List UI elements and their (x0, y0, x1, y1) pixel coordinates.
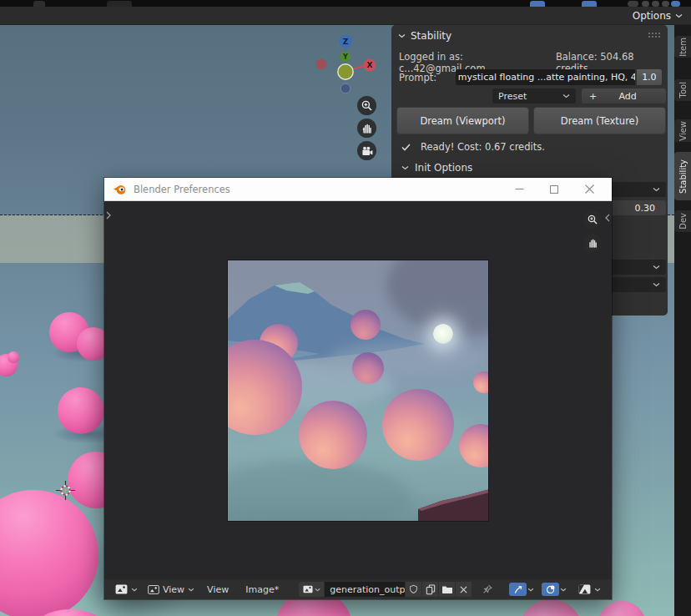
prompt-row: Prompt: A mystical floating ...atte pain… (399, 69, 662, 85)
overlays-toggle[interactable] (542, 583, 559, 596)
shading-mode-icon[interactable] (662, 1, 669, 7)
chevron-down-icon[interactable] (527, 588, 534, 592)
topbar (0, 0, 691, 7)
hand-icon (588, 238, 598, 248)
channels-icon (578, 584, 591, 594)
image-editor-header: View View Image* generation_output (104, 579, 612, 599)
plus-icon: + (589, 91, 597, 102)
prompt-input[interactable]: A mystical floating ...atte painting, HQ… (456, 69, 635, 85)
topbar-partial-icon[interactable] (33, 1, 45, 7)
maximize-button[interactable] (540, 180, 568, 199)
browse-image-button[interactable] (299, 582, 324, 597)
pan-button[interactable] (583, 234, 602, 252)
tab-dev[interactable]: Dev (674, 210, 691, 232)
chevron-down-icon (653, 282, 660, 287)
tab-stability[interactable]: Stability (674, 152, 691, 200)
shading-mode-icon[interactable] (628, 1, 638, 7)
stability-panel-header[interactable]: Stability (391, 25, 668, 46)
axis-neg-z-ball (340, 83, 351, 93)
topbar-partial-icon[interactable] (107, 1, 132, 7)
camera-view-button[interactable] (357, 141, 376, 160)
tab-item[interactable]: Item (674, 36, 691, 58)
svg-text:X: X (367, 61, 373, 69)
chevron-down-icon (653, 187, 660, 192)
display-channels-dropdown[interactable] (576, 582, 603, 597)
shield-icon[interactable] (406, 582, 421, 597)
pink-sphere[interactable] (519, 599, 583, 616)
chevron-down-icon (594, 588, 601, 592)
init-options-header[interactable]: Init Options (401, 162, 472, 174)
maximize-icon (550, 185, 558, 194)
options-label: Options (633, 10, 671, 22)
camera-icon (361, 146, 373, 156)
chevron-down-icon[interactable] (560, 588, 567, 592)
shading-mode-icon[interactable] (652, 1, 659, 7)
tab-view[interactable]: View (674, 119, 691, 142)
image-name-field[interactable]: generation_output (325, 582, 405, 597)
gizmos-toggle[interactable] (509, 583, 527, 596)
folder-icon[interactable] (439, 582, 455, 597)
options-dropdown[interactable]: Options (629, 8, 686, 23)
image-icon (148, 585, 159, 594)
duplicate-icon[interactable] (422, 582, 438, 597)
editor-type-dropdown[interactable] (113, 582, 140, 597)
chevron-down-icon (131, 588, 138, 592)
pink-sphere[interactable] (598, 601, 646, 616)
shading-mode-icon[interactable] (671, 1, 680, 7)
view-menu[interactable]: View (202, 584, 234, 595)
tab-tool[interactable]: Tool (674, 79, 691, 101)
svg-text:Y: Y (342, 53, 348, 61)
chevron-down-icon (315, 588, 320, 592)
image-sphere (299, 401, 367, 469)
zoom-button[interactable] (357, 96, 376, 115)
dream-viewport-button[interactable]: Dream (Viewport) (396, 107, 529, 134)
toolbar-expand-icon[interactable] (105, 210, 112, 220)
preferences-window: Blender Preferences (104, 178, 612, 599)
topbar-partial-icon[interactable] (530, 1, 545, 7)
pan-button[interactable] (357, 119, 376, 138)
shading-mode-icon[interactable] (642, 1, 649, 7)
image-editor-area[interactable]: View View Image* generation_output (104, 201, 612, 599)
axis-front-ball (338, 64, 353, 79)
panel-title: Stability (411, 30, 451, 42)
unlink-icon[interactable] (456, 582, 472, 597)
image-cliff (228, 477, 489, 522)
prompt-weight-field[interactable]: 1.0 (637, 69, 662, 85)
image-datablock-selector: generation_output (299, 582, 472, 597)
sidebar-collapse-icon[interactable] (605, 214, 610, 222)
axis-neg-x-ball (316, 59, 327, 70)
image-icon (303, 585, 313, 593)
svg-text:Z: Z (343, 38, 349, 46)
minimize-icon (515, 184, 524, 194)
image-sphere (352, 352, 384, 384)
magnifier-plus-icon (361, 100, 372, 111)
preset-dropdown[interactable]: Preset (492, 88, 576, 104)
minimize-button[interactable] (505, 180, 533, 199)
chevron-down-icon (675, 13, 683, 18)
image-menu[interactable]: Image* (240, 584, 284, 595)
window-titlebar[interactable]: Blender Preferences (104, 178, 612, 201)
navigation-gizmo[interactable]: Y Z X (314, 32, 381, 102)
topbar-partial-icon[interactable] (582, 1, 597, 7)
prompt-label: Prompt: (399, 72, 456, 83)
dream-texture-button[interactable]: Dream (Texture) (533, 107, 666, 134)
pink-sphere[interactable] (58, 387, 104, 434)
add-preset-button[interactable]: + Add (582, 88, 666, 104)
generated-image[interactable] (227, 260, 489, 522)
image-shape (328, 341, 487, 377)
magnifier-plus-icon (588, 215, 598, 225)
zoom-button[interactable] (583, 210, 602, 229)
mode-dropdown[interactable]: View (145, 582, 197, 597)
status-text: Ready! Cost: 0.67 credits. (421, 141, 545, 153)
close-button[interactable] (575, 180, 603, 199)
pin-icon[interactable] (480, 582, 495, 597)
status-row: Ready! Cost: 0.67 credits. (401, 141, 545, 153)
close-icon (585, 184, 594, 194)
preset-row: Preset + Add (391, 88, 668, 104)
panel-grip-icon[interactable] (648, 33, 661, 38)
header-right-controls (509, 582, 603, 597)
sidebar-tab-strip: Item Tool View Stability Dev (674, 25, 691, 616)
check-icon (401, 144, 411, 151)
pink-sphere[interactable] (8, 351, 19, 363)
image-editor-icon (115, 584, 128, 594)
